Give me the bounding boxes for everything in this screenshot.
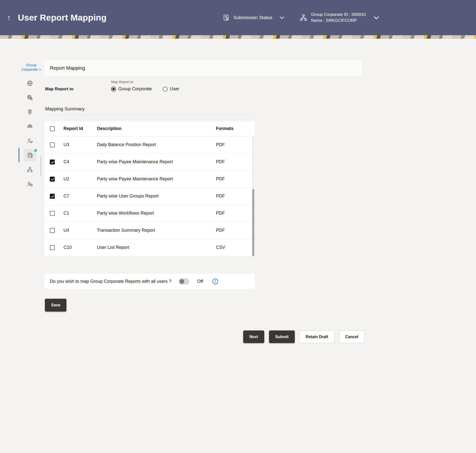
column-header-report-id: Report Id: [63, 121, 97, 136]
chevron-down-icon: [372, 13, 381, 22]
info-icon[interactable]: i: [212, 279, 218, 284]
sidebar-item-user-details[interactable]: [19, 105, 41, 119]
row-report-id: U4: [63, 222, 97, 239]
mapping-summary-table-container: Report Id Description Formats U3 Daily B…: [45, 121, 255, 256]
row-format: PDF: [216, 170, 255, 188]
row-checkbox[interactable]: [50, 211, 55, 216]
row-report-id: C7: [63, 188, 97, 205]
map-all-users-question: Do you wish to map Group Corporate Repor…: [50, 279, 171, 284]
breadcrumb[interactable]: Group Corporate >: [19, 63, 43, 72]
radio-label: User: [170, 86, 179, 92]
row-format: CSV: [216, 239, 255, 256]
submission-status-label: Submission Status: [233, 15, 272, 20]
table-row: U4 Transaction Summary Report PDF: [45, 222, 255, 239]
row-report-id: U3: [63, 136, 97, 153]
row-format: PDF: [216, 205, 255, 222]
globe-icon: [23, 77, 36, 90]
user-spotlight-icon: [23, 105, 36, 118]
page-title: User Report Mapping: [18, 13, 107, 23]
submit-button[interactable]: Submit: [269, 330, 295, 343]
submission-status-menu[interactable]: Submission Status: [222, 14, 285, 21]
map-report-radio-group-corporate[interactable]: [111, 87, 116, 92]
report-mapping-panel-header: Report Mapping: [45, 60, 362, 76]
row-description: User List Report: [97, 239, 216, 256]
breadcrumb-label: Group Corporate: [21, 63, 38, 71]
sidebar-item-user-groups[interactable]: [19, 119, 41, 133]
submission-status-icon: [222, 14, 230, 21]
table-row: U2 Party wise Payee Maintenance Report P…: [45, 170, 255, 188]
row-checkbox[interactable]: [50, 194, 55, 199]
row-format: PDF: [216, 188, 255, 205]
table-row: U3 Daily Balance Position Report PDF: [45, 136, 255, 153]
app-header: ↑ User Report Mapping Submission Status: [0, 0, 476, 35]
org-chart-icon: [299, 13, 308, 22]
row-format: PDF: [216, 222, 255, 239]
map-report-to-label: Map Report to: [45, 87, 73, 92]
retain-draft-button[interactable]: Retain Draft: [299, 330, 334, 343]
user-group-icon: [23, 120, 36, 133]
row-report-id: C1: [63, 205, 97, 222]
map-report-radio-user[interactable]: [163, 87, 168, 92]
select-all-checkbox[interactable]: [50, 126, 55, 131]
row-report-id: C4: [63, 153, 97, 170]
sidebar-item-global[interactable]: [19, 76, 41, 90]
radio-option-user[interactable]: User: [163, 86, 179, 92]
table-scrollbar-thumb[interactable]: [252, 189, 254, 256]
sidebar-item-report-mapping[interactable]: [19, 148, 41, 162]
sidebar-item-group-admin[interactable]: [19, 177, 41, 191]
chevron-down-icon: [278, 14, 285, 21]
radio-option-group-corporate[interactable]: Group Corporate: [111, 86, 152, 92]
table-row: C4 Party wise Payee Maintenance Report P…: [45, 153, 255, 170]
globe-user-icon: [23, 91, 36, 104]
map-report-to-section: Map Report to Map Report to Group Corpor…: [45, 80, 255, 92]
toggle-state-label: Off: [197, 279, 203, 284]
column-header-formats: Formats: [216, 121, 255, 136]
row-checkbox[interactable]: [50, 245, 55, 250]
group-corporate-menu[interactable]: Group Corporate ID : 000010 Name : SRKGC…: [299, 12, 381, 24]
column-header-description: Description: [97, 121, 216, 136]
row-format: PDF: [216, 153, 255, 170]
decorative-banner: [0, 35, 476, 39]
table-row: C7 Party wise User Groups Report PDF: [45, 188, 255, 205]
table-header-row: Report Id Description Formats: [45, 121, 255, 136]
row-report-id: U2: [63, 170, 97, 188]
user-edit-icon: [23, 134, 36, 147]
toggle-knob: [179, 279, 184, 284]
table-row: C10 User List Report CSV: [45, 239, 255, 256]
save-button[interactable]: Save: [45, 299, 66, 312]
sidebar-item-workflow[interactable]: [19, 162, 41, 177]
radio-label: Group Corporate: [118, 86, 152, 92]
back-arrow-icon[interactable]: ↑: [4, 13, 13, 22]
cancel-button[interactable]: Cancel: [339, 330, 364, 343]
table-row: C1 Party wise Workflows Report PDF: [45, 205, 255, 222]
next-button[interactable]: Next: [243, 330, 264, 343]
row-checkbox[interactable]: [50, 177, 55, 182]
group-corporate-id: Group Corporate ID : 000010: [311, 12, 366, 18]
mapping-summary-table: Report Id Description Formats U3 Daily B…: [45, 121, 255, 256]
page: ↑ User Report Mapping Submission Status: [0, 0, 476, 453]
table-scrollbar[interactable]: [252, 136, 254, 256]
row-description: Party wise Payee Maintenance Report: [97, 153, 216, 170]
users-settings-icon: [23, 177, 36, 190]
radio-group-label: Map Report to: [111, 80, 179, 84]
row-description: Party wise Payee Maintenance Report: [97, 170, 216, 188]
sidebar-item-party[interactable]: [19, 90, 41, 105]
footer-actions: NextSubmitRetain DraftCancel: [45, 330, 364, 343]
breadcrumb-chevron-icon: >: [39, 67, 41, 71]
row-report-id: C10: [63, 239, 97, 256]
row-description: Party wise User Groups Report: [97, 188, 216, 205]
row-description: Party wise Workflows Report: [97, 205, 216, 222]
sidebar-scrollbar[interactable]: [40, 156, 41, 177]
sidebar-icon-menu: [19, 76, 41, 191]
row-checkbox[interactable]: [50, 228, 55, 233]
row-checkbox[interactable]: [50, 142, 55, 147]
row-checkbox[interactable]: [50, 160, 55, 164]
report-table-body: U3 Daily Balance Position Report PDF C4 …: [45, 136, 255, 256]
map-all-users-card: Do you wish to map Group Corporate Repor…: [45, 274, 255, 289]
sidebar-item-user-management[interactable]: [19, 133, 41, 148]
mapping-summary-title: Mapping Summary: [45, 106, 255, 115]
map-all-users-toggle[interactable]: [179, 278, 189, 285]
workflow-icon: [23, 163, 36, 176]
row-description: Daily Balance Position Report: [97, 136, 216, 153]
active-notification-dot: [34, 149, 37, 152]
